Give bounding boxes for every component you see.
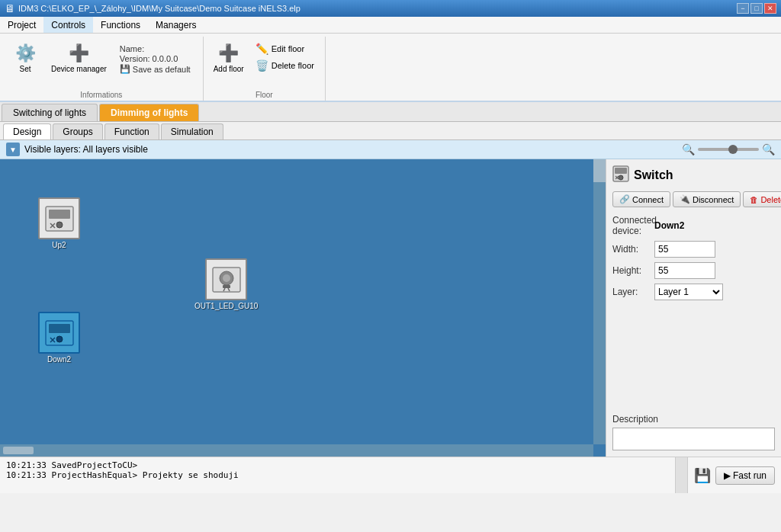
save-icon: 💾 bbox=[120, 64, 130, 74]
field-width-label: Width: bbox=[612, 244, 654, 255]
informations-group-label: Informations bbox=[6, 88, 197, 99]
floor-edit-delete: ✏️ Edit floor 🗑️ Delete floor bbox=[251, 41, 319, 73]
title-text: IDM3 C:\ELKO_EP_\_Zálohy_\IDM\My Suitcas… bbox=[18, 4, 301, 13]
svg-rect-1 bbox=[49, 210, 70, 219]
zoom-out-icon[interactable]: 🔍 bbox=[682, 143, 695, 155]
menu-bar: Project Controls Functions Managers bbox=[0, 17, 781, 34]
connect-label: Connect bbox=[632, 195, 664, 204]
led-gu10-icon bbox=[211, 266, 242, 293]
device-up2[interactable]: Up2 bbox=[38, 197, 80, 249]
menu-functions[interactable]: Functions bbox=[93, 17, 148, 33]
connect-button[interactable]: 🔗 Connect bbox=[612, 191, 670, 207]
switch-down2-icon bbox=[44, 319, 75, 347]
description-section: Description bbox=[612, 414, 775, 450]
canvas[interactable]: Up2 OUT1_LED_GU10 bbox=[0, 159, 606, 457]
add-floor-label: Add floor bbox=[214, 65, 244, 73]
switch-up2-icon bbox=[44, 205, 75, 232]
main-area: Up2 OUT1_LED_GU10 bbox=[0, 159, 781, 457]
layers-dropdown-button[interactable]: ▼ bbox=[6, 143, 20, 156]
status-bar: 10:21:33 SavedProjectToCU> 10:21:33 Proj… bbox=[0, 457, 781, 493]
canvas-scroll-thumb-h[interactable] bbox=[3, 447, 34, 454]
description-input[interactable] bbox=[612, 428, 775, 450]
zoom-slider-thumb bbox=[728, 145, 738, 154]
device-down2-box bbox=[38, 312, 80, 354]
minimize-button[interactable]: − bbox=[737, 3, 749, 14]
add-floor-button[interactable]: ➕ Add floor bbox=[210, 41, 248, 75]
name-line: Name: bbox=[120, 44, 191, 53]
menu-managers[interactable]: Managers bbox=[148, 17, 204, 33]
save-default-line[interactable]: 💾 Save as default bbox=[120, 64, 191, 74]
delete-label: Delete bbox=[760, 195, 781, 204]
layer-select[interactable]: Layer 1 Layer 2 Layer 3 bbox=[654, 284, 723, 300]
sub-tab-function[interactable]: Function bbox=[104, 123, 159, 139]
disconnect-button[interactable]: 🔌 Disconnect bbox=[673, 191, 741, 207]
svg-rect-8 bbox=[223, 285, 230, 288]
menu-project[interactable]: Project bbox=[0, 17, 43, 33]
ribbon: ⚙️ Set ➕ Device manager Name: Version: 0… bbox=[0, 34, 781, 102]
sub-tab-simulation[interactable]: Simulation bbox=[161, 123, 223, 139]
field-width: Width: bbox=[612, 241, 775, 258]
status-scrollbar[interactable] bbox=[675, 457, 687, 493]
switch-panel-icon bbox=[612, 165, 629, 182]
title-bar-left: 🖥 IDM3 C:\ELKO_EP_\_Zálohy_\IDM\My Suitc… bbox=[5, 2, 301, 14]
device-manager-icon: ➕ bbox=[69, 43, 89, 63]
svg-point-13 bbox=[56, 336, 63, 342]
canvas-scrollbar-horizontal[interactable] bbox=[0, 444, 593, 457]
floor-group-label: Floor bbox=[210, 88, 319, 99]
panel-actions: 🔗 Connect 🔌 Disconnect 🗑 Delete bbox=[612, 191, 775, 207]
edit-floor-button[interactable]: ✏️ Edit floor bbox=[251, 41, 319, 56]
svg-rect-17 bbox=[615, 168, 627, 174]
tab-switching-lights[interactable]: Switching of lights bbox=[2, 104, 98, 121]
device-manager-button[interactable]: ➕ Device manager bbox=[47, 41, 111, 75]
floor-tabs: Switching of lights Dimming of lights bbox=[0, 102, 781, 122]
layers-visible-text: Visible layers: All layers visible bbox=[24, 144, 148, 155]
delete-button[interactable]: 🗑 Delete bbox=[743, 191, 781, 207]
field-layer-label: Layer: bbox=[612, 287, 654, 297]
delete-floor-button[interactable]: 🗑️ Delete floor bbox=[251, 58, 319, 73]
width-input[interactable] bbox=[654, 241, 715, 258]
ribbon-group-floor: ➕ Add floor ✏️ Edit floor 🗑️ Delete floo… bbox=[204, 37, 326, 101]
sub-tabs: Design Groups Function Simulation bbox=[0, 122, 781, 140]
panel-title: Switch bbox=[612, 165, 775, 185]
status-save-icon[interactable]: 💾 bbox=[694, 467, 711, 484]
zoom-slider[interactable] bbox=[698, 148, 759, 151]
disconnect-icon: 🔌 bbox=[680, 194, 690, 204]
layers-left: ▼ Visible layers: All layers visible bbox=[6, 143, 148, 156]
panel-title-text: Switch bbox=[634, 168, 673, 182]
zoom-in-icon[interactable]: 🔍 bbox=[762, 143, 775, 155]
tab-dimming-lights[interactable]: Dimming of lights bbox=[99, 104, 199, 121]
sub-tab-design[interactable]: Design bbox=[3, 123, 51, 139]
device-down2[interactable]: Down2 bbox=[38, 312, 80, 364]
field-connected-value: Down2 bbox=[654, 220, 684, 231]
connect-icon: 🔗 bbox=[619, 194, 630, 204]
field-connected-device: Connected device: Down2 bbox=[612, 215, 775, 236]
layers-zoom: 🔍 🔍 bbox=[682, 143, 775, 155]
status-log: 10:21:33 SavedProjectToCU> 10:21:33 Proj… bbox=[0, 457, 675, 493]
status-log-line-1: 10:21:33 SavedProjectToCU> bbox=[6, 460, 669, 470]
maximize-button[interactable]: □ bbox=[750, 3, 763, 14]
ribbon-buttons-floor: ➕ Add floor ✏️ Edit floor 🗑️ Delete floo… bbox=[210, 38, 319, 88]
status-actions: 💾 ▶ Fast run bbox=[687, 457, 781, 493]
status-log-line-2: 10:21:33 ProjectHashEqual> Projekty se s… bbox=[6, 470, 669, 480]
canvas-scrollbar-vertical[interactable] bbox=[593, 159, 606, 444]
title-bar: 🖥 IDM3 C:\ELKO_EP_\_Zálohy_\IDM\My Suitc… bbox=[0, 0, 781, 17]
edit-floor-label: Edit floor bbox=[272, 44, 304, 53]
close-button[interactable]: ✕ bbox=[764, 3, 776, 14]
height-input[interactable] bbox=[654, 262, 715, 279]
fast-run-icon: ▶ bbox=[724, 470, 731, 481]
version-line: Version: 0.0.0.0 bbox=[120, 54, 191, 63]
field-layer: Layer: Layer 1 Layer 2 Layer 3 bbox=[612, 284, 775, 300]
set-button[interactable]: ⚙️ Set bbox=[6, 41, 44, 75]
fast-run-label: Fast run bbox=[733, 470, 767, 481]
ribbon-buttons-info: ⚙️ Set ➕ Device manager Name: Version: 0… bbox=[6, 38, 197, 88]
delete-floor-icon: 🗑️ bbox=[256, 59, 268, 72]
delete-floor-label: Delete floor bbox=[272, 61, 314, 70]
menu-controls[interactable]: Controls bbox=[43, 17, 93, 33]
svg-point-18 bbox=[619, 175, 623, 180]
svg-rect-12 bbox=[49, 324, 70, 333]
canvas-scroll-thumb-v[interactable] bbox=[593, 159, 606, 182]
device-out1[interactable]: OUT1_LED_GU10 bbox=[194, 258, 258, 310]
sub-tab-groups[interactable]: Groups bbox=[53, 123, 102, 139]
fast-run-button[interactable]: ▶ Fast run bbox=[715, 466, 775, 485]
set-icon: ⚙️ bbox=[15, 43, 36, 63]
